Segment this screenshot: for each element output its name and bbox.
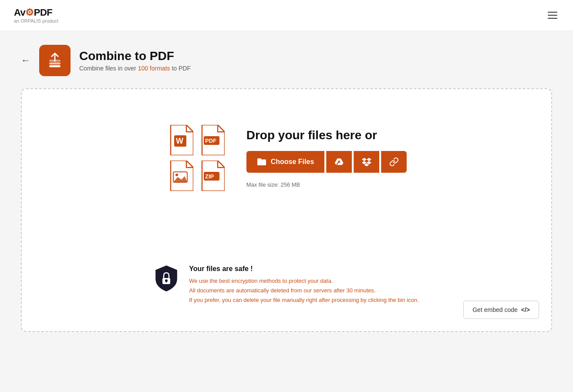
combine-pdf-icon xyxy=(45,51,64,70)
desc-suffix: to PDF xyxy=(170,65,191,72)
svg-rect-13 xyxy=(166,281,167,282)
safety-text: Your files are safe ! We use the best en… xyxy=(189,265,419,305)
logo-title: Av⚙PDF xyxy=(14,7,58,18)
safety-description: We use the best encryption methods to pr… xyxy=(189,276,419,305)
link-icon xyxy=(389,157,399,167)
dropbox-button[interactable] xyxy=(354,151,379,173)
drop-text-area: Drop your files here or Choose Files xyxy=(246,128,407,188)
drop-headline: Drop your files here or xyxy=(246,128,407,142)
google-drive-button[interactable] xyxy=(326,151,352,173)
zip-file-icon: ZIP xyxy=(198,160,226,192)
shield-icon xyxy=(154,265,179,292)
safety-line2: All documents are automatically deleted … xyxy=(189,287,375,294)
back-button[interactable]: ← xyxy=(21,55,30,66)
svg-rect-1 xyxy=(49,63,61,65)
page-content: ← Combine to PDF Combine files in over 1… xyxy=(0,31,573,346)
shield-svg xyxy=(154,265,179,292)
embed-tag: </> xyxy=(521,306,530,313)
google-drive-icon xyxy=(334,157,344,167)
page-description: Combine files in over 100 formats to PDF xyxy=(79,65,191,72)
max-file-size: Max file size: 256 MB xyxy=(246,181,407,188)
choose-files-label: Choose Files xyxy=(271,158,314,166)
svg-text:ZIP: ZIP xyxy=(205,173,214,180)
dropzone-card[interactable]: W PDF xyxy=(21,88,552,332)
tool-icon-box xyxy=(39,45,71,76)
action-buttons: Choose Files xyxy=(246,151,407,173)
get-embed-code-button[interactable]: Get embed code </> xyxy=(463,301,539,319)
drop-content: W PDF xyxy=(166,124,407,192)
safety-line1: We use the best encryption methods to pr… xyxy=(189,278,333,284)
svg-text:PDF: PDF xyxy=(205,137,216,144)
image-file-icon xyxy=(166,160,194,192)
desc-highlight: 100 formats xyxy=(138,65,170,72)
hamburger-menu[interactable] xyxy=(546,10,559,20)
svg-rect-0 xyxy=(49,60,61,62)
logo-gear-icon: ⚙ xyxy=(25,7,34,18)
app-header: Av⚙PDF an ORPALIS product xyxy=(0,0,573,31)
svg-point-8 xyxy=(175,174,178,176)
safety-section: Your files are safe ! We use the best en… xyxy=(154,265,419,305)
logo: Av⚙PDF an ORPALIS product xyxy=(14,7,58,23)
file-icons-grid: W PDF xyxy=(166,124,226,192)
url-button[interactable] xyxy=(381,151,407,173)
page-title: Combine to PDF xyxy=(79,49,191,63)
office-file-icon: W xyxy=(166,124,194,156)
folder-icon xyxy=(257,158,266,166)
tool-text: Combine to PDF Combine files in over 100… xyxy=(79,49,191,72)
choose-files-button[interactable]: Choose Files xyxy=(246,151,325,173)
svg-rect-2 xyxy=(49,65,61,67)
logo-subtitle: an ORPALIS product xyxy=(14,18,58,23)
embed-label: Get embed code xyxy=(472,306,518,313)
safety-line3: If you prefer, you can delete your file … xyxy=(189,297,419,303)
svg-text:W: W xyxy=(176,137,183,145)
desc-prefix: Combine files in over xyxy=(79,65,138,72)
page-header: ← Combine to PDF Combine files in over 1… xyxy=(21,45,552,76)
pdf-file-icon: PDF xyxy=(198,124,226,156)
dropbox-icon xyxy=(362,157,371,167)
safety-title: Your files are safe ! xyxy=(189,265,419,273)
